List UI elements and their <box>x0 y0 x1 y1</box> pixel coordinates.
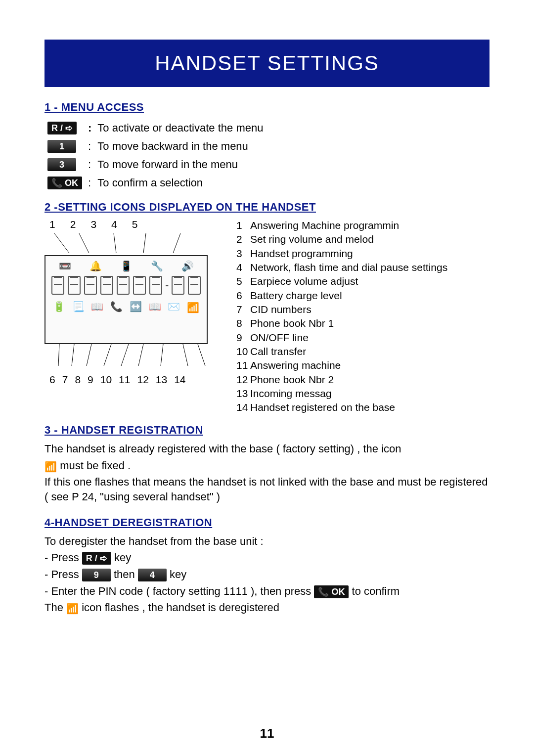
svg-line-6 <box>72 344 74 366</box>
r-arrow-key-icon: R / ➪ <box>82 552 111 565</box>
text-fragment: icon flashes , the handset is deregister… <box>82 601 279 614</box>
menu-desc: To confirm a selection <box>94 174 266 192</box>
ok-key-icon: 📞 OK <box>47 177 82 189</box>
dereg-step: - Enter the PIN code ( factory setting 1… <box>44 584 490 599</box>
antenna-icon: 📶 <box>187 303 199 312</box>
text-fragment: - Press <box>44 551 82 564</box>
bottom-callout-labels: 6 7 8 9 10 11 12 13 14 <box>44 374 222 386</box>
menu-desc: To activate or deactivate the menu <box>94 119 266 137</box>
segment-digit-icon <box>188 276 201 295</box>
callout-label: 10 <box>100 374 112 386</box>
legend-item: Answering machine <box>250 359 341 371</box>
svg-line-13 <box>198 344 205 366</box>
segment-digit-icon <box>149 276 162 295</box>
svg-line-7 <box>87 344 91 366</box>
svg-line-3 <box>143 233 146 253</box>
legend-item: Answering Machine programmin <box>250 220 399 231</box>
segment-digit-icon <box>84 276 97 295</box>
handset-icon: 📱 <box>120 261 133 271</box>
callout-lines-top-icon <box>44 233 213 253</box>
callout-label: 13 <box>156 374 167 386</box>
svg-line-12 <box>183 344 188 366</box>
text-fragment: - Enter the PIN code ( factory setting 1… <box>44 585 314 597</box>
callout-lines-bottom-icon <box>44 344 222 366</box>
svg-line-9 <box>121 344 129 366</box>
menu-row: 3 : To move forward in the menu <box>44 155 266 174</box>
antenna-icon: 📶 <box>44 460 57 474</box>
key-1-icon: 1 <box>47 140 76 153</box>
text-fragment: The <box>44 601 66 614</box>
section-heading-registration: 3 - HANDSET REGISTRATION <box>44 424 490 437</box>
handset-display-icon: 📼 🔔 📱 🔧 🔊 - <box>44 255 208 344</box>
callout-label: 12 <box>137 374 148 386</box>
r-arrow-key-icon: R / ➪ <box>47 122 77 134</box>
segment-digit-icon <box>117 276 130 295</box>
page-number: 11 <box>0 726 534 741</box>
battery-icon: 🔋 <box>53 302 65 311</box>
dereg-final: The 📶 icon flashes , the handset is dere… <box>44 600 490 615</box>
svg-line-0 <box>54 233 69 253</box>
phone-icon: 📞 <box>110 302 123 311</box>
callout-label: 2 <box>70 219 76 230</box>
svg-line-2 <box>114 233 116 253</box>
svg-line-1 <box>79 233 89 253</box>
colon: : <box>85 174 94 192</box>
callout-label: 4 <box>111 219 117 230</box>
callout-label: 9 <box>88 374 93 386</box>
text-fragment: - Press <box>44 568 82 580</box>
legend-item: Earpiece volume adjust <box>250 275 358 287</box>
top-callout-labels: 1 2 3 4 5 <box>44 219 222 230</box>
ok-key-icon: 📞 OK <box>314 585 349 598</box>
colon: : <box>85 119 94 137</box>
dereg-step: - Press 9 then 4 key <box>44 567 490 582</box>
text-fragment: then <box>114 568 138 580</box>
display-diagram: 1 2 3 4 5 📼 🔔 📱 🔧 🔊 <box>44 219 222 389</box>
callout-label: 6 <box>49 374 55 386</box>
section-heading-deregistration: 4-HANDSET DEREGISTRATION <box>44 516 490 529</box>
transfer-icon: ↔️ <box>130 302 142 311</box>
legend-item: ON/OFF line <box>250 332 309 343</box>
callout-label: 5 <box>132 219 138 230</box>
antenna-icon: 📶 <box>66 602 79 616</box>
key-9-icon: 9 <box>82 569 111 581</box>
svg-line-5 <box>58 344 59 366</box>
segment-digit-icon <box>100 276 113 295</box>
book2-icon: 📖 <box>149 302 161 311</box>
legend-item: Call transfer <box>250 346 306 357</box>
registration-text: If this one flashes that means the hands… <box>44 475 490 504</box>
bell-icon: 🔔 <box>89 261 102 271</box>
key-3-icon: 3 <box>47 158 76 171</box>
segment-digit-icon <box>133 276 146 295</box>
segment-digit-icon <box>172 276 184 295</box>
manual-page: HANDSET SETTINGS 1 - MENU ACCESS R / ➪ :… <box>0 0 534 756</box>
svg-line-11 <box>161 344 163 366</box>
legend-item: CID numbers <box>250 304 312 315</box>
key-4-icon: 4 <box>138 569 167 581</box>
book-icon: 📖 <box>91 302 103 311</box>
legend-item: Set ring volume and melod <box>250 233 374 245</box>
colon: : <box>85 137 94 155</box>
callout-label: 11 <box>119 374 130 386</box>
legend-item: Handset registered on the base <box>250 401 395 413</box>
svg-line-10 <box>138 344 143 366</box>
callout-label: 3 <box>90 219 96 230</box>
callout-label: 1 <box>49 219 55 230</box>
speaker-icon: 🔊 <box>181 261 194 271</box>
registration-text: 📶 must be fixed . <box>44 458 490 473</box>
dereg-step: - Press R / ➪ key <box>44 550 490 565</box>
menu-desc: To move backward in the menu <box>94 137 266 155</box>
callout-label: 14 <box>174 374 185 386</box>
colon: : <box>85 155 94 174</box>
menu-access-table: R / ➪ : To activate or deactivate the me… <box>44 119 266 192</box>
list-icon: 📃 <box>72 302 85 311</box>
callout-label: 7 <box>62 374 68 386</box>
legend-item: Handset programming <box>250 248 353 259</box>
registration-text-fragment: must be fixed . <box>60 459 131 472</box>
wrench-icon: 🔧 <box>151 261 163 271</box>
text-fragment: key <box>170 568 186 580</box>
legend-item: Network, flash time and dial pause setti… <box>250 262 447 273</box>
setting-icons-block: 1 2 3 4 5 📼 🔔 📱 🔧 🔊 <box>44 219 490 415</box>
svg-line-4 <box>173 233 180 253</box>
legend-item: Phone book Nbr 1 <box>250 317 334 329</box>
menu-row: R / ➪ : To activate or deactivate the me… <box>44 119 266 137</box>
